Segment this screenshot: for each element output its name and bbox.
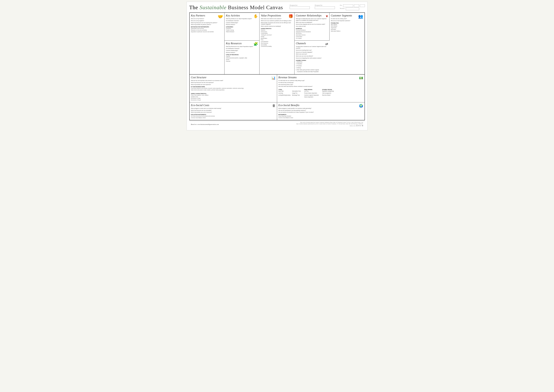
- on-input3[interactable]: [360, 4, 365, 7]
- revenue-types-label: TYPES:: [278, 89, 301, 90]
- revenue-streams-title: Revenue Streams: [278, 76, 363, 79]
- channels-icon: ⇄: [325, 42, 328, 46]
- vp-title: Value Propositions: [261, 14, 293, 17]
- eco-social-row: Eco-Social Costs 🗑 What ecological or so…: [190, 102, 365, 120]
- main-title: The Sustainable Business Model Canvas: [189, 4, 283, 11]
- designed-by-label: Designed by:: [315, 4, 335, 6]
- version-input[interactable]: [346, 7, 359, 10]
- key-partners-icon: 🤝: [218, 14, 223, 19]
- on-row: On:: [340, 4, 365, 7]
- revenue-questions: For what value are our customers really …: [278, 80, 363, 87]
- business-label: IS YOUR BUSINESS MORE:: [191, 86, 276, 87]
- version-row: Version:: [340, 7, 365, 10]
- instruments-label: INSTRUMENTS:: [278, 114, 363, 115]
- types-items: Physical Intellectual (brand patents, co…: [226, 56, 258, 62]
- eco-benefits-icon: 🌍: [359, 104, 363, 108]
- on-input[interactable]: [343, 4, 353, 7]
- eco-benefits-questions: What ecological or social benefits is ou…: [278, 108, 363, 113]
- channels-questions: Through which Channels do our Customer S…: [296, 46, 328, 59]
- business-types: Cost Driven (leanest cost structure, low…: [191, 87, 276, 91]
- revenue-streams-icon: 💵: [359, 76, 363, 80]
- instruments-items: Social Reporting Standard Common Good Ba…: [278, 115, 363, 119]
- eco-benefits-title: Eco-Social Benefits: [278, 104, 363, 107]
- characteristics-items: Newness Performance Customization "Getti…: [261, 29, 293, 47]
- fixed-pricing-label: FIXED PRICING:: [304, 89, 319, 90]
- phases-label: CHANNEL PHASES:: [296, 60, 328, 61]
- designed-for-input[interactable]: [290, 6, 310, 9]
- vp-icon: 🎁: [289, 14, 293, 18]
- types-label: TYPES OF RESOURCES:: [226, 54, 258, 55]
- key-activities-icon: ✋: [253, 14, 258, 18]
- version-label: Version:: [340, 7, 345, 10]
- title-area: The Sustainable Business Model Canvas: [189, 4, 283, 11]
- cr-questions: What type of relationship does each of o…: [296, 18, 328, 27]
- cost-structure-title: Cost Structure: [191, 76, 276, 79]
- categories-items: Production Problem Solving Platform/Netw…: [226, 28, 258, 33]
- characteristics-label: CHARACTERISTICS:: [261, 28, 293, 29]
- categories-label: CATEGORIES:: [226, 26, 258, 28]
- cc-icons: Ⓒ ⊕ ⊙ ⊗: [356, 125, 363, 127]
- key-partners-cell: Key Partners 🤝 Who are our Key Partners?…: [190, 13, 225, 74]
- possibilities-items: Mass Market Niche Market Segmented Diver…: [331, 24, 363, 32]
- cost-revenue-row: Cost Structure 📊 What are the most impor…: [190, 75, 365, 102]
- value-propositions-cell: Value Propositions 🎁 What value do we de…: [259, 13, 295, 74]
- header-meta: Designed for: Designed by: On: Version:: [290, 4, 365, 11]
- footer: Based on: www.businessmodelgeneration.co…: [189, 121, 365, 128]
- kr-questions: What Key Resources do our Value Proposit…: [226, 46, 258, 53]
- customer-segments-cell: Customer Segments 👥 For whom are we crea…: [330, 13, 365, 74]
- revenue-types-col2: Subscription Fees Usage Fee Brokerage Fe…: [292, 90, 301, 96]
- sample-label: SAMPLE CHARACTERISTICS:: [191, 93, 208, 94]
- revenue-streams-cell: Revenue Streams 💵 For what value are our…: [277, 75, 365, 102]
- on-label: On:: [340, 4, 342, 7]
- on-version-block: On: Version:: [340, 4, 365, 11]
- designed-for-block: Designed for:: [290, 4, 310, 9]
- examples-label: EXAMPLES:: [296, 28, 328, 29]
- title-rest: Business Model Canvas: [227, 4, 283, 10]
- designed-by-input[interactable]: [315, 6, 335, 9]
- footer-license: This work is licensed under the Creative…: [296, 122, 363, 127]
- examples-items: Personal Assistance Dedicated Personal A…: [296, 29, 328, 39]
- vp-questions: What value do we deliver to the customer…: [261, 18, 293, 27]
- canvas-main: Key Partners 🤝 Who are our Key Partners?…: [190, 13, 365, 75]
- eco-costs-questions: What ecological or social costs is our b…: [191, 108, 276, 113]
- key-activities-cell: Key Activites ✋ What Key Activites do ou…: [224, 13, 259, 41]
- footer-based-on: Based on: www.businessmodelgeneration.co…: [191, 124, 219, 125]
- dynamic-pricing-label: DYNAMIC PRICING: [322, 89, 334, 90]
- page: The Sustainable Business Model Canvas De…: [187, 2, 367, 130]
- channels-title: Channels: [296, 42, 328, 45]
- kr-title: Key Resources: [226, 42, 258, 45]
- eco-social-benefits-cell: Eco-Social Benefits 🌍 What ecological or…: [277, 102, 365, 120]
- header: The Sustainable Business Model Canvas De…: [189, 4, 365, 11]
- evaluation-items: Life-Cycle Assessment (of products and s…: [191, 115, 276, 119]
- on-input2[interactable]: [354, 4, 359, 7]
- cost-structure-cell: Cost Structure 📊 What are the most impor…: [190, 75, 277, 102]
- eco-costs-icon: 🗑: [272, 104, 276, 108]
- license-text: This work is licensed under the Creative…: [296, 122, 363, 126]
- cost-structure-icon: 📊: [271, 76, 276, 80]
- canvas: Key Partners 🤝 Who are our Key Partners?…: [189, 12, 365, 120]
- cost-structure-questions: What are the most important costs inhere…: [191, 80, 276, 85]
- dynamic-pricing-items: Negotiation (bargaining) Yield managemen…: [322, 90, 334, 96]
- kr-icon: 🧩: [253, 42, 258, 46]
- title-sustainable: Sustainable: [200, 4, 226, 10]
- motivation-items: Optimization and economy Reduction of ri…: [191, 28, 223, 33]
- revenue-types-col1: Asset Sale Licensing Lending/Renting/Lea…: [278, 90, 291, 96]
- channels-cell: Channels ⇄ Through which Channels do our…: [295, 41, 330, 74]
- title-prefix: The: [189, 4, 200, 10]
- cr-icon: ♥: [326, 14, 328, 18]
- designed-for-label: Designed for:: [290, 4, 310, 6]
- key-resources-cell: Key Resources 🧩 What Key Resources do ou…: [224, 41, 259, 74]
- sample-items: Fixed Costs (salaries, rents, utilities)…: [191, 94, 208, 101]
- key-activities-title: Key Activites: [226, 14, 258, 17]
- customer-relationships-cell: Customer Relationships ♥ What type of re…: [295, 13, 330, 41]
- eco-costs-title: Eco-Social Costs: [191, 104, 276, 107]
- evaluation-label: EVALUATION INSTRUMENTS:: [191, 114, 276, 115]
- designed-by-block: Designed by:: [315, 4, 335, 9]
- based-on-text: Based on: www.businessmodelgeneration.co…: [191, 124, 219, 125]
- eco-social-costs-cell: Eco-Social Costs 🗑 What ecological or so…: [190, 102, 277, 120]
- cr-title: Customer Relationships: [296, 14, 328, 17]
- possibilities-label: POSSIBILITIES:: [331, 22, 363, 24]
- fixed-pricing-items: List Price Product feature dependent Cus…: [304, 90, 319, 98]
- motivation-label: MOTIVATION FOR PARTNERSHIPS:: [191, 26, 223, 28]
- cs-icon: 👥: [358, 14, 363, 19]
